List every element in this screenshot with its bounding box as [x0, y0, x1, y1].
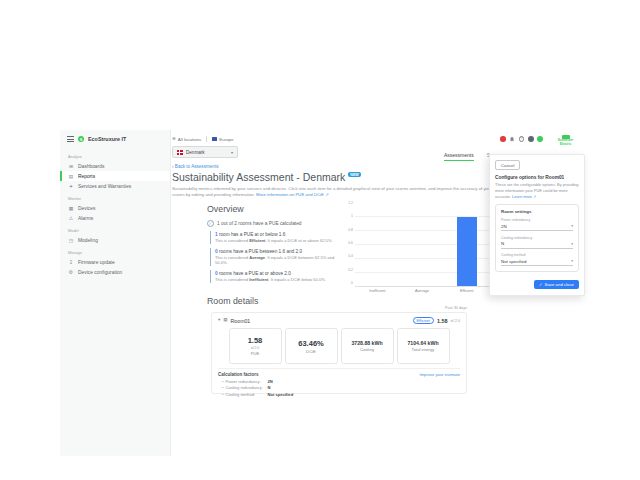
overview-item[interactable]: 0 rooms have a PUE at or above 2.0This i… — [210, 270, 340, 283]
factor-value: Not specified — [267, 392, 293, 399]
chart-plot-area — [355, 203, 489, 287]
select-field-cooling-redundancy[interactable]: Cooling redundancyN▾ — [501, 236, 573, 249]
sidebar-item-firmware-update[interactable]: ↧Firmware update — [60, 257, 170, 267]
caret-down-icon: ▾ — [571, 224, 573, 228]
x-tick-label: Efficient — [444, 289, 489, 296]
bullet-icon: • — [222, 392, 223, 399]
room-icon: ▦ — [223, 318, 227, 323]
metric-label: Total energy — [412, 347, 435, 352]
overview-summary: ✓ 1 out of 2 rooms have a PUE calculated — [207, 220, 302, 227]
room-row[interactable]: ▾ ▦ Room01 Efficient 1.58 of 2.0 — [212, 313, 466, 327]
more-info-link[interactable]: More information on PUE and DCiE — [256, 192, 324, 197]
location-select[interactable]: Denmark ▾ — [172, 146, 238, 158]
x-tick-label: Inefficient — [355, 289, 400, 296]
sidebar-item-device-configuration[interactable]: ⚙Device configuration — [60, 267, 170, 277]
y-tick-label: 1 — [351, 214, 353, 218]
sidebar-item-label: Devices — [78, 206, 95, 211]
room-settings-title: Room settings — [501, 209, 573, 214]
account-avatar[interactable] — [537, 136, 543, 142]
room-pue-value: 1.58 — [437, 318, 448, 324]
chart-bar-slot — [400, 203, 445, 286]
sidebar-item-modeling[interactable]: ◳Modeling — [60, 235, 170, 245]
select-field-power-redundancy[interactable]: Power redundancy2N▾ — [501, 218, 573, 231]
user-avatar[interactable] — [528, 136, 534, 142]
factor-label: Cooling method: — [225, 392, 265, 399]
sidebar-item-reports[interactable]: ▤Reports — [60, 171, 170, 181]
panel-title: Configure options for Room01 — [495, 175, 579, 180]
overview-item-description: This is considered Average. It equals a … — [215, 255, 340, 265]
help-icon[interactable]: ? — [519, 136, 525, 142]
overview-item-title: 1 room has a PUE at or below 1.6 — [215, 232, 340, 237]
overview-item[interactable]: 0 rooms have a PUE between 1.6 and 2.0Th… — [210, 248, 340, 266]
cancel-button[interactable]: Cancel — [495, 160, 520, 170]
sidebar-item-devices[interactable]: ▦Devices — [60, 203, 170, 213]
overview-item-description: This is considered Efficient. It equals … — [215, 238, 340, 243]
pue-distribution-chart: 1.210.80.60.40.20 InefficientAverageEffi… — [343, 203, 489, 296]
calculation-factors: Calculation factors •Power redundancy:2N… — [218, 368, 460, 398]
y-tick-label: 0.4 — [348, 254, 353, 258]
overview-item-text: rooms have a PUE between 1.6 and 2.0 — [218, 249, 302, 254]
breadcrumb-label: Europe — [219, 137, 233, 142]
caret-down-icon: ▾ — [231, 150, 233, 155]
overview-item[interactable]: 1 room has a PUE at or below 1.6This is … — [210, 231, 340, 244]
breadcrumb: ⊕ All locations Europe — [172, 136, 233, 142]
breadcrumb-divider — [206, 136, 207, 142]
dashboards-icon: ⊞ — [68, 164, 74, 169]
brand-line2: Electric — [560, 143, 572, 147]
metric-label: Cooling — [360, 347, 374, 352]
improve-estimate-link[interactable]: Improve your estimate — [420, 372, 461, 377]
y-tick-label: 1.2 — [348, 201, 353, 205]
field-label: Cooling redundancy — [501, 236, 573, 240]
field-label: Cooling method — [501, 253, 573, 257]
metric-value: 1.58 — [248, 336, 263, 345]
ecostruxure-logo-icon: S — [78, 136, 84, 142]
breadcrumb-label: All locations — [178, 137, 201, 142]
room-details-card: ▾ ▦ Room01 Efficient 1.58 of 2.0 1.58of … — [211, 312, 467, 394]
page-title: Sustainability Assessment - Denmark NEW — [172, 171, 361, 183]
considered-label: Inefficient — [249, 277, 268, 282]
select-field-cooling-method[interactable]: Cooling methodNot specified▾ — [501, 253, 573, 266]
configure-options-panel: Cancel Configure options for Room01 Thes… — [489, 154, 585, 296]
x-tick-label: Average — [400, 289, 445, 296]
metric-card-cooling: 3728.88 kWhCooling — [341, 328, 394, 364]
breadcrumb-all-locations[interactable]: ⊕ All locations — [172, 137, 201, 142]
metric-label: DCiE — [306, 349, 316, 354]
save-and-close-button[interactable]: ✓ Save and close — [534, 280, 579, 289]
sidebar-item-label: Services and Warranties — [78, 184, 131, 189]
sidebar-section-label: Manage — [68, 250, 162, 255]
external-link-icon: ↗ — [533, 194, 536, 199]
metric-value: 3728.88 kWh — [351, 340, 382, 346]
breadcrumb-europe[interactable]: Europe — [212, 137, 233, 142]
learn-more-link[interactable]: Learn more — [512, 194, 532, 199]
metric-card-total-energy: 7104.64 kWhTotal energy — [397, 328, 450, 364]
page-description: Sustainability metrics informed by your … — [172, 186, 494, 199]
sidebar-section-label: Monitor — [68, 196, 162, 201]
overview-item-text: room has a PUE at or below 1.6 — [218, 232, 286, 237]
back-to-assessments-link[interactable]: ‹ Back to Assessments — [172, 164, 218, 169]
sidebar-item-services-and-warranties[interactable]: ✦Services and Warranties — [60, 181, 170, 191]
chart-bar-efficient — [457, 217, 477, 286]
overview-heading: Overview — [207, 204, 244, 214]
sidebar-header: S EcoStruxure IT — [60, 130, 170, 149]
hamburger-menu-icon[interactable] — [67, 136, 74, 142]
status-badge: Efficient — [413, 317, 434, 324]
field-value: N — [501, 241, 573, 246]
sidebar-item-dashboards[interactable]: ⊞Dashboards — [60, 161, 170, 171]
sidebar-item-alarms[interactable]: ⚠Alarms — [60, 213, 170, 223]
external-link-icon: ↗ — [325, 192, 329, 197]
bell-icon[interactable] — [509, 136, 515, 142]
room-details-heading: Room details — [207, 296, 258, 306]
field-label: Power redundancy — [501, 218, 573, 222]
metric-value: 63.46% — [298, 339, 323, 348]
sidebar-item-label: Modeling — [78, 238, 98, 243]
notification-badge[interactable] — [500, 136, 506, 142]
metric-sub: of 2.0 — [251, 346, 259, 350]
caret-down-icon[interactable]: ▾ — [218, 318, 220, 323]
field-value: Not specified — [501, 259, 573, 264]
overview-item-text: rooms have a PUE at or above 2.0 — [218, 271, 291, 276]
panel-description: These are the configurable options. By p… — [495, 182, 579, 200]
caret-down-icon: ▾ — [571, 242, 573, 246]
tab-assessments[interactable]: Assessments — [444, 152, 474, 161]
considered-label: Average — [249, 255, 265, 260]
room-pue-scale: of 2.0 — [451, 319, 461, 323]
